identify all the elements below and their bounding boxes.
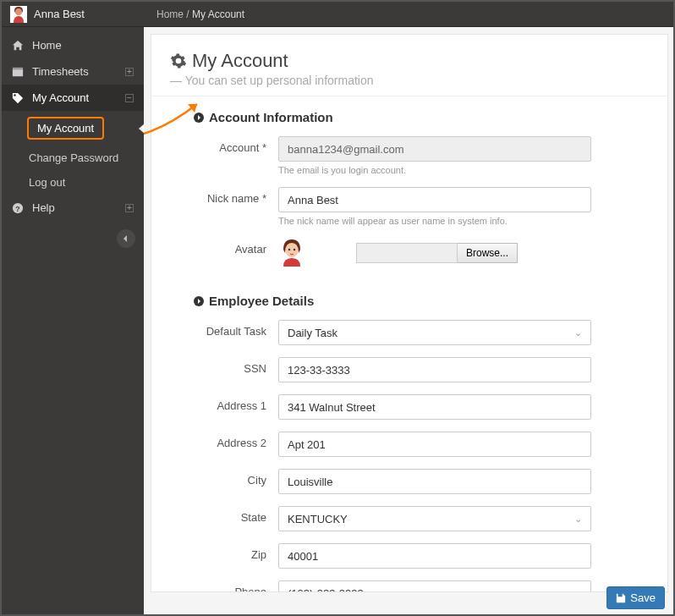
sidebar-sub-my-account[interactable]: My Account [19,111,144,146]
city-input[interactable] [278,469,591,494]
zip-input[interactable] [278,543,591,569]
field-address1: Address 1 [194,394,642,420]
sidebar: Home Timesheets + My Account − My Accoun… [2,27,144,614]
sidebar-item-my-account[interactable]: My Account − [2,85,144,111]
phone-input[interactable] [278,580,591,592]
field-state: State KENTUCKY ⌄ [194,506,642,531]
breadcrumb-current: My Account [192,8,244,20]
svg-point-10 [294,249,295,250]
topbar-username: Anna Best [34,8,85,20]
tag-icon [12,92,24,104]
file-path-box [356,243,458,263]
main-content: My Account — You can set up personal inf… [144,27,673,614]
chevron-left-icon [122,234,130,243]
sidebar-collapse-button[interactable] [117,229,135,248]
field-account: Account * The email is you login account… [194,136,642,175]
help-icon: ? [12,202,24,214]
breadcrumb-root[interactable]: Home [156,8,184,20]
address1-input[interactable] [278,394,591,420]
sidebar-sub-change-password[interactable]: Change Password [19,146,144,170]
field-nickname: Nick name * The nick name will appear as… [194,187,642,226]
home-icon [12,40,24,52]
field-ssn: SSN [194,357,642,382]
avatar-preview [278,238,305,268]
save-button[interactable]: Save [606,586,665,609]
section-account-info: Account Information Account * The email … [151,96,667,268]
page-header: My Account — You can set up personal inf… [151,35,667,96]
save-icon [616,593,626,603]
svg-point-4 [14,94,16,96]
sidebar-item-timesheets[interactable]: Timesheets + [2,58,144,85]
chevron-down-icon: ⌄ [574,327,582,338]
chevron-right-icon [194,113,204,123]
ssn-input[interactable] [278,357,591,382]
page-title: My Account [192,50,288,72]
chevron-down-icon: ⌄ [574,514,582,525]
field-address2: Address 2 [194,432,642,457]
sidebar-submenu: My Account Change Password Log out [2,111,144,195]
address2-input[interactable] [278,432,591,457]
expand-icon[interactable]: + [125,68,134,76]
default-task-select[interactable]: Daily Task ⌄ [278,320,591,345]
avatar-icon [10,6,27,23]
svg-rect-3 [13,67,23,69]
field-phone: Phone Number [194,580,642,592]
topbar: Anna Best Home / My Account [2,2,673,27]
field-city: City [194,469,642,494]
nickname-input[interactable] [278,187,591,212]
svg-rect-2 [13,69,23,76]
svg-point-9 [288,249,290,250]
expand-icon[interactable]: + [125,204,134,212]
section-employee-details: Employee Details Default Task Daily Task… [151,280,667,592]
account-input [278,136,591,162]
sidebar-item-home[interactable]: Home [2,32,144,58]
chevron-right-icon [194,296,204,306]
field-avatar: Avatar Browse... [194,238,642,268]
timesheets-icon [12,66,24,78]
topbar-user[interactable]: Anna Best [2,6,144,23]
gear-icon [170,52,187,69]
svg-point-1 [15,8,22,15]
state-select[interactable]: KENTUCKY ⌄ [278,506,591,531]
sidebar-item-help[interactable]: ? Help + [2,195,144,221]
page-subtitle: — You can set up personal information [170,74,649,87]
sidebar-sub-log-out[interactable]: Log out [19,170,144,195]
browse-button[interactable]: Browse... [458,243,518,263]
content-card: My Account — You can set up personal inf… [151,34,668,592]
breadcrumb: Home / My Account [144,8,257,20]
field-zip: Zip [194,543,642,569]
field-default-task: Default Task Daily Task ⌄ [194,320,642,345]
collapse-icon[interactable]: − [125,94,134,102]
svg-text:?: ? [15,204,19,212]
